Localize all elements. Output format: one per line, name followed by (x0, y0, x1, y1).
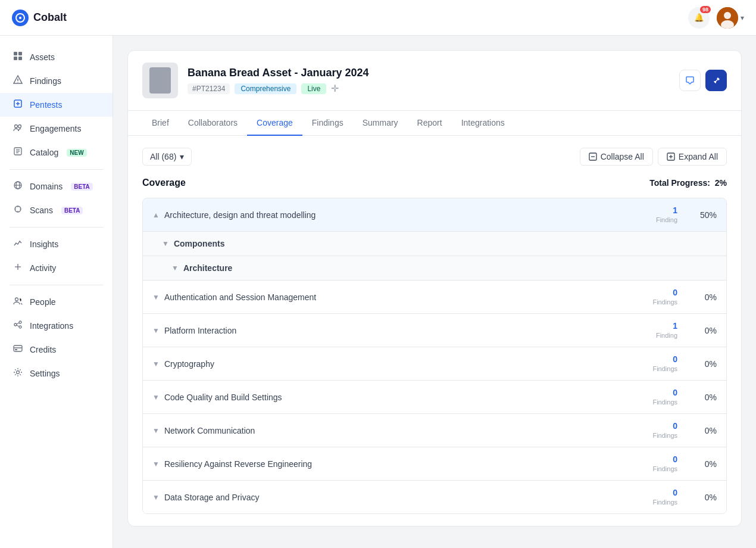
sidebar-item-credits[interactable]: Credits (0, 338, 113, 362)
svg-point-24 (15, 298, 18, 301)
sidebar-item-domains[interactable]: Domains BETA (0, 175, 113, 198)
finding-count-crypto: 0 (652, 354, 677, 364)
logo-icon (12, 10, 29, 26)
chevron-auth-icon[interactable]: ▼ (152, 293, 160, 301)
chevron-network-icon[interactable]: ▼ (152, 426, 160, 435)
tab-coverage[interactable]: Coverage (247, 111, 302, 136)
chevron-arch-sub-icon[interactable]: ▼ (171, 264, 179, 272)
findings-icon (12, 75, 24, 87)
row-finding-platform: 1 Finding (656, 321, 677, 340)
coverage-content: All (68) ▾ Collapse All Expand All (128, 136, 741, 526)
user-avatar-wrapper[interactable]: ▾ (717, 7, 744, 29)
card-header: Banana Bread Asset - January 2024 #PT212… (128, 51, 741, 111)
card-header-actions (679, 70, 727, 91)
notifications-button[interactable]: 🔔 98 (688, 7, 710, 29)
chevron-arch-icon[interactable]: ▲ (152, 211, 160, 219)
svg-rect-7 (14, 57, 17, 60)
comment-button[interactable] (679, 70, 701, 91)
integrations-icon (12, 320, 24, 332)
collapse-all-label: Collapse All (601, 152, 644, 161)
finding-label-arch: Finding (656, 216, 677, 223)
chevron-data-storage-icon[interactable]: ▼ (152, 493, 160, 502)
coverage-row-architecture-sub: ▼ Architecture (143, 256, 726, 281)
sidebar-item-scans[interactable]: Scans BETA (0, 198, 113, 222)
tab-findings[interactable]: Findings (302, 111, 353, 136)
insights-icon (12, 238, 24, 250)
pentest-card: Banana Bread Asset - January 2024 #PT212… (127, 50, 742, 527)
sidebar-divider-2 (10, 227, 103, 228)
avatar-chevron-icon: ▾ (741, 14, 744, 22)
row-percent-resiliency: 0% (687, 459, 717, 469)
collapse-all-button[interactable]: Collapse All (580, 148, 653, 166)
asset-meta: #PT21234 Comprehensive Live ✛ (188, 83, 670, 94)
people-icon (12, 296, 24, 308)
total-progress-label: Total Progress: (649, 178, 710, 188)
svg-line-29 (17, 325, 19, 326)
sidebar-credits-label: Credits (30, 345, 56, 354)
scans-icon (12, 204, 24, 216)
row-finding-network: 0 Findings (652, 421, 677, 440)
expand-all-button[interactable]: Expand All (658, 148, 727, 166)
coverage-section-header: Coverage Total Progress: 2% (142, 178, 727, 188)
sidebar-settings-label: Settings (30, 369, 60, 378)
row-finding-auth: 0 Findings (652, 288, 677, 306)
sidebar-item-integrations[interactable]: Integrations (0, 314, 113, 338)
sidebar-divider-3 (10, 285, 103, 285)
row-label-arch: Architecture, design and threat modellin… (164, 210, 656, 220)
chevron-platform-icon[interactable]: ▼ (152, 326, 160, 335)
row-finding-data-storage: 0 Findings (652, 488, 677, 506)
row-finding-code-quality: 0 Findings (652, 388, 677, 406)
finding-count-data-storage: 0 (652, 488, 677, 497)
sidebar-item-people[interactable]: People (0, 290, 113, 314)
finding-label-auth: Findings (652, 298, 677, 306)
finding-count-auth: 0 (652, 288, 677, 297)
sidebar-item-assets[interactable]: Assets (0, 45, 113, 69)
chevron-code-quality-icon[interactable]: ▼ (152, 393, 160, 401)
sidebar-item-settings[interactable]: Settings (0, 362, 113, 385)
chevron-crypto-icon[interactable]: ▼ (152, 360, 160, 368)
coverage-row-auth: ▼ Authentication and Session Management … (143, 281, 726, 314)
sidebar-item-catalog[interactable]: Catalog NEW (0, 141, 113, 164)
credits-icon (12, 344, 24, 356)
sidebar-engagements-label: Engagements (30, 124, 81, 133)
svg-point-33 (17, 371, 20, 374)
sidebar-item-insights[interactable]: Insights (0, 232, 113, 256)
sidebar-item-findings[interactable]: Findings (0, 69, 113, 93)
logo-text: Cobalt (33, 11, 67, 24)
notification-badge: 98 (700, 6, 711, 13)
row-percent-data-storage: 0% (687, 493, 717, 502)
row-label-data-storage: Data Storage and Privacy (164, 493, 653, 502)
finding-count-arch: 1 (656, 206, 677, 215)
tab-collaborators[interactable]: Collaborators (179, 111, 247, 136)
pin-button[interactable] (705, 70, 727, 91)
svg-point-26 (19, 321, 21, 323)
sidebar-activity-label: Activity (30, 263, 56, 273)
coverage-row-network: ▼ Network Communication 0 Findings 0% (143, 414, 726, 447)
svg-point-1 (19, 17, 21, 19)
coverage-row-resiliency: ▼ Resiliency Against Reverse Engineering… (143, 447, 726, 481)
sidebar-divider-1 (10, 169, 103, 170)
filter-dropdown[interactable]: All (68) ▾ (142, 148, 192, 166)
row-label-crypto: Cryptography (164, 359, 653, 369)
chevron-components-icon[interactable]: ▼ (162, 239, 169, 248)
sidebar-domains-label: Domains (30, 182, 63, 191)
sidebar-item-pentests[interactable]: Pentests (0, 93, 113, 117)
scans-beta-badge: BETA (61, 207, 83, 214)
finding-count-platform: 1 (656, 321, 677, 331)
coverage-row-platform: ▼ Platform Interaction 1 Finding 0% (143, 314, 726, 347)
sidebar-item-engagements[interactable]: Engagements (0, 117, 113, 141)
badge-comprehensive: Comprehensive (235, 83, 296, 94)
svg-rect-32 (15, 349, 17, 350)
sidebar-item-activity[interactable]: Activity (0, 256, 113, 280)
main-content: Banana Bread Asset - January 2024 #PT212… (113, 36, 756, 548)
row-label-code-quality: Code Quality and Build Settings (164, 393, 653, 402)
chevron-resiliency-icon[interactable]: ▼ (152, 460, 160, 468)
sidebar-assets-label: Assets (30, 52, 55, 62)
tab-report[interactable]: Report (408, 111, 452, 136)
tab-summary[interactable]: Summary (353, 111, 408, 136)
tab-integrations[interactable]: Integrations (452, 111, 514, 136)
sidebar-catalog-label: Catalog (30, 148, 58, 157)
sidebar-people-label: People (30, 297, 56, 307)
row-percent-auth: 0% (687, 292, 717, 302)
tab-brief[interactable]: Brief (142, 111, 179, 136)
